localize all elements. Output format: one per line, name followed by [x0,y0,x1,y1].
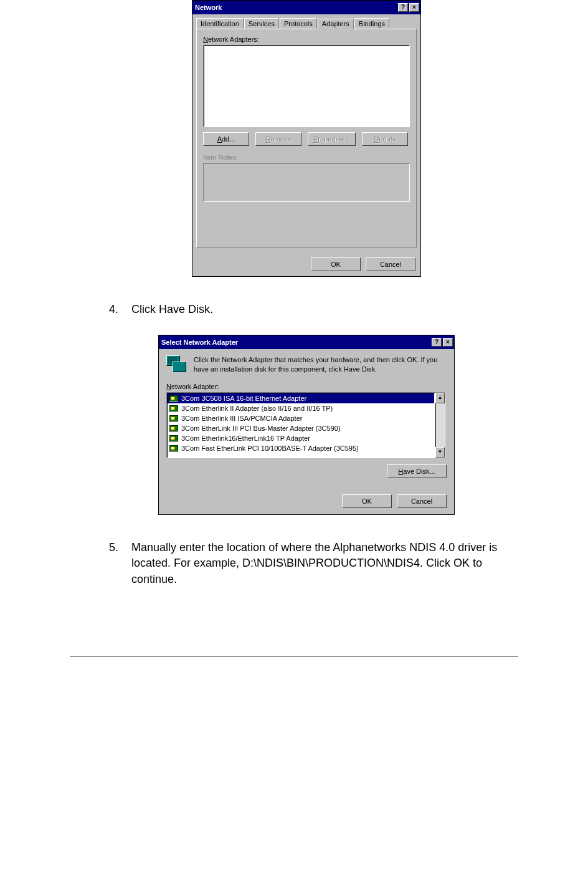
tab-services[interactable]: Services [244,18,279,29]
adapter-card-icon [169,404,179,413]
dialog-title: Network [195,4,222,11]
tab-strip: Identification Services Protocols Adapte… [192,14,420,29]
scroll-down-icon[interactable]: ▼ [435,447,445,458]
list-item[interactable]: 3Com Etherlink II Adapter (also II/16 an… [168,403,434,413]
adapters-listbox[interactable] [203,45,410,127]
have-disk-button[interactable]: Have Disk... [387,464,447,478]
scroll-up-icon[interactable]: ▲ [435,393,445,403]
adapter-card-icon [169,414,179,423]
properties-button: Properties... [308,132,356,146]
network-adapter-label: Network Adapter: [166,383,447,390]
ok-button[interactable]: OK [342,494,392,508]
tab-identification[interactable]: Identification [196,18,244,29]
instruction-step-5: 5. Manually enter the location of where … [109,540,508,587]
instruction-step-4: 4. Click Have Disk. [109,302,508,317]
step-number: 5. [109,540,131,587]
step-number: 4. [109,302,131,317]
help-icon[interactable]: ? [432,338,442,347]
item-notes-box [203,163,410,202]
dialog-message: Click the Network Adapter that matches y… [194,355,447,374]
dialog-title: Select Network Adapter [161,339,238,346]
step-text: Manually enter the location of where the… [131,540,508,587]
adapter-icon [166,355,187,374]
close-icon[interactable]: × [409,3,419,12]
network-adapters-label: Network Adapters: [203,36,410,43]
help-icon[interactable]: ? [398,3,408,12]
remove-button: Remove [255,132,301,146]
close-icon[interactable]: × [443,338,453,347]
tab-panel-adapters: Network Adapters: Add... Remove Properti… [196,29,417,247]
list-item[interactable]: 3Com Fast EtherLink PCI 10/100BASE-T Ada… [168,443,434,453]
adapter-card-icon [169,394,179,403]
cancel-button[interactable]: Cancel [366,257,415,271]
tab-protocols[interactable]: Protocols [280,18,317,29]
footer-separator [70,656,518,656]
item-notes-label: Item Notes: [203,153,410,161]
list-item[interactable]: 3Com Etherlink16/EtherLink16 TP Adapter [168,433,434,443]
step-text: Click Have Disk. [131,302,508,317]
titlebar[interactable]: Network ? × [192,1,420,14]
adapter-card-icon [169,444,179,453]
adapter-card-icon [169,434,179,443]
tab-adapters[interactable]: Adapters [318,19,354,29]
list-item[interactable]: 3Com Etherlink III ISA/PCMCIA Adapter [168,413,434,423]
separator [166,487,447,488]
adapter-card-icon [169,424,179,433]
update-button: Update [362,132,408,146]
list-item[interactable]: 3Com 3C508 ISA 16-bit Ethernet Adapter [168,393,434,403]
adapter-listbox[interactable]: 3Com 3C508 ISA 16-bit Ethernet Adapter 3… [166,392,435,458]
ok-button[interactable]: OK [311,257,361,271]
scrollbar[interactable]: ▲ ▼ [435,392,445,458]
tab-bindings[interactable]: Bindings [354,18,389,29]
titlebar[interactable]: Select Network Adapter ? × [159,335,454,349]
network-dialog: Network ? × Identification Services Prot… [192,0,421,277]
cancel-button[interactable]: Cancel [397,494,447,508]
select-network-adapter-dialog: Select Network Adapter ? × Click the Net… [158,335,455,515]
add-button[interactable]: Add... [203,132,249,146]
list-item[interactable]: 3Com EtherLink III PCI Bus-Master Adapte… [168,423,434,433]
